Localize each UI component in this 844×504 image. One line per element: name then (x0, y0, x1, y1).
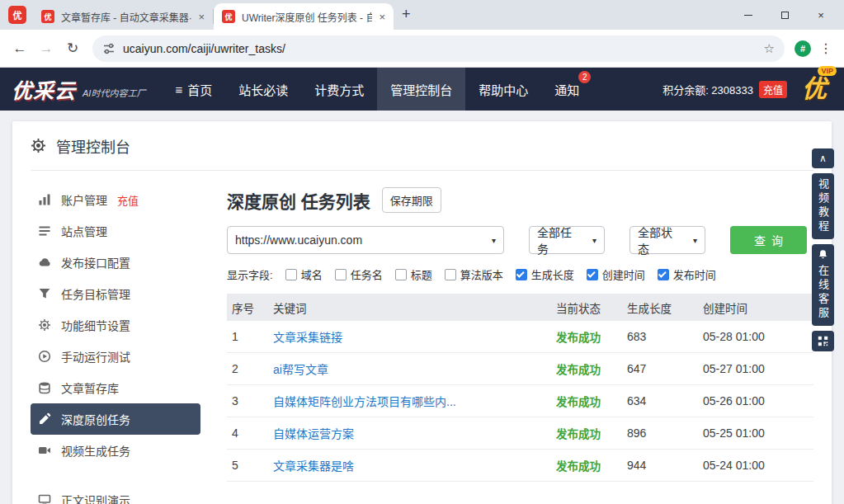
sidebar-label: 发布接口配置 (61, 254, 130, 271)
site-logo[interactable]: 优采云 (12, 74, 76, 104)
checkbox-icon[interactable] (445, 269, 456, 280)
floating-widget: ∧ 视频教程 在线客服 (812, 148, 834, 356)
field-checkbox-create-time[interactable]: 创建时间 (587, 266, 645, 282)
keyword-link[interactable]: 自媒体运营方案 (273, 427, 354, 440)
gear-icon (31, 138, 46, 153)
qr-code-icon (818, 336, 828, 346)
sidebar-item-task-targets[interactable]: 任务目标管理 (31, 278, 200, 309)
new-tab-button[interactable]: + (402, 6, 411, 23)
field-checkbox-gen-length[interactable]: 生成长度 (516, 266, 574, 282)
close-window-button[interactable]: × (803, 0, 839, 30)
main-nav: ≡ 首页 站长必读 计费方式 管理控制台 帮助中心 通知 2 (162, 68, 592, 111)
field-checkbox-domain[interactable]: 域名 (285, 266, 323, 282)
browser-tab-1[interactable]: 优 文章暂存库 - 自动文章采集器· × (33, 3, 213, 30)
close-tab-icon[interactable]: × (379, 11, 385, 23)
tab-title: 文章暂存库 - 自动文章采集器· (61, 10, 191, 24)
list-icon (38, 224, 51, 238)
cell-created: 05-28 01:00 (698, 330, 813, 343)
sidebar-item-sites[interactable]: 站点管理 (31, 215, 200, 247)
address-bar[interactable]: ucaiyun.com/caiji/uwriter_tasks/ ☆ (92, 35, 785, 62)
maximize-button[interactable] (766, 0, 803, 30)
nav-item-help[interactable]: 帮助中心 (465, 68, 541, 111)
bookmark-star-icon[interactable]: ☆ (764, 41, 775, 56)
sidebar-item-account[interactable]: 账户管理 充值 (31, 184, 200, 215)
checkbox-icon[interactable] (285, 269, 297, 280)
col-header-index: 序号 (227, 299, 268, 316)
filter-row: https://www.ucaiyun.com ▾ 全部任务 ▾ 全部状态 ▾ … (227, 226, 813, 254)
nav-item-billing[interactable]: 计费方式 (301, 68, 377, 111)
card-body: 账户管理 充值 站点管理 发布接口配置 任务目标管理 功能细节设置 (31, 171, 813, 504)
sidebar-item-deep-original-tasks[interactable]: 深度原创任务 (31, 403, 200, 435)
tab-favicon: 优 (41, 10, 54, 23)
checkbox-label: 域名 (301, 266, 323, 282)
display-fields-row: 显示字段: 域名 任务名 标题 算法版本 生成长度 创建时间 发布时间 (227, 266, 813, 282)
nav-item-console[interactable]: 管理控制台 (377, 68, 465, 111)
nav-label: 计费方式 (314, 81, 364, 98)
task-list-panel: 深度原创 任务列表 保存期限 https://www.ucaiyun.com ▾… (200, 184, 813, 504)
browser-menu-icon[interactable]: ⋮ (818, 40, 834, 56)
nav-item-home[interactable]: ≡ 首页 (162, 68, 225, 111)
back-icon[interactable]: ← (10, 40, 30, 57)
status-badge: 发布成功 (556, 396, 601, 408)
checkbox-icon[interactable] (658, 269, 669, 280)
sidebar-label: 视频生成任务 (61, 442, 130, 459)
site-select-value: https://www.ucaiyun.com (235, 233, 362, 247)
query-button[interactable]: 查询 (730, 226, 807, 254)
vip-logo[interactable]: 优 VIP (796, 69, 832, 109)
nav-item-must-read[interactable]: 站长必读 (225, 68, 301, 111)
reload-icon[interactable]: ↻ (63, 40, 83, 57)
online-service-label: 在线客服 (818, 265, 828, 321)
tune-icon[interactable] (102, 42, 116, 55)
keyword-link[interactable]: 自媒体矩阵创业方法项目有哪些内... (273, 395, 456, 408)
collapse-button[interactable]: ∧ (812, 148, 834, 168)
field-checkbox-task-name[interactable]: 任务名 (335, 266, 383, 282)
browser-tab-2-active[interactable]: 优 UWriter深度原创 任务列表 - 自 × (214, 3, 394, 30)
sidebar-item-publish-api[interactable]: 发布接口配置 (31, 247, 200, 278)
field-checkbox-publish-time[interactable]: 发布时间 (658, 266, 716, 282)
task-select[interactable]: 全部任务 ▾ (529, 226, 605, 254)
sidebar-recharge-link[interactable]: 充值 (117, 192, 139, 208)
checkbox-label: 任务名 (351, 266, 383, 282)
forward-icon[interactable]: → (36, 40, 56, 57)
close-tab-icon[interactable]: × (198, 11, 205, 23)
checkbox-icon[interactable] (395, 269, 407, 280)
cell-index: 5 (227, 459, 268, 472)
cell-created: 05-25 01:00 (698, 426, 813, 440)
checkbox-icon[interactable] (516, 269, 527, 280)
minimize-icon (744, 15, 752, 16)
nav-label: 帮助中心 (479, 81, 528, 98)
checkbox-icon[interactable] (587, 269, 598, 280)
sidebar-label: 功能细节设置 (61, 317, 130, 333)
page-title-bar: 管理控制台 (31, 121, 813, 171)
status-badge: 发布成功 (556, 428, 601, 440)
table-row: 3 自媒体矩阵创业方法项目有哪些内... 发布成功 634 05-26 01:0… (227, 385, 813, 417)
panel-title-row: 深度原创 任务列表 保存期限 (227, 187, 813, 213)
checkbox-icon[interactable] (335, 269, 347, 280)
table-row: 5 文章采集器是啥 发布成功 944 05-24 01:00 (227, 450, 813, 482)
display-fields-label: 显示字段: (227, 266, 273, 282)
url-text[interactable]: ucaiyun.com/caiji/uwriter_tasks/ (123, 42, 757, 55)
sidebar-item-feature-settings[interactable]: 功能细节设置 (31, 309, 200, 341)
field-checkbox-algo-version[interactable]: 算法版本 (445, 266, 503, 282)
recharge-button[interactable]: 充值 (759, 81, 787, 98)
extension-icon[interactable]: # (794, 40, 811, 57)
sidebar-item-article-store[interactable]: 文章暂存库 (31, 372, 200, 403)
keyword-link[interactable]: 文章采集链接 (273, 331, 342, 344)
sidebar-item-manual-test[interactable]: 手动运行测试 (31, 341, 200, 372)
minimize-button[interactable] (730, 0, 766, 30)
qr-code-button[interactable] (812, 331, 834, 351)
console-card: 管理控制台 账户管理 充值 站点管理 发布接口配置 (12, 121, 832, 504)
video-tutorial-button[interactable]: 视频教程 (812, 173, 834, 239)
status-select[interactable]: 全部状态 ▾ (629, 226, 705, 254)
task-select-value: 全部任务 (537, 224, 581, 257)
sidebar-item-video-tasks[interactable]: 视频生成任务 (31, 435, 200, 466)
save-period-button[interactable]: 保存期限 (382, 187, 441, 213)
field-checkbox-title[interactable]: 标题 (395, 266, 432, 282)
online-service-button[interactable]: 在线客服 (812, 244, 834, 326)
nav-item-notifications[interactable]: 通知 2 (541, 68, 592, 111)
site-select[interactable]: https://www.ucaiyun.com ▾ (227, 226, 504, 254)
edit-icon (38, 412, 51, 426)
keyword-link[interactable]: 文章采集器是啥 (273, 459, 354, 473)
keyword-link[interactable]: ai帮写文章 (273, 363, 328, 376)
sidebar-item-content-recognition[interactable]: 正文识别演示 (31, 484, 200, 504)
